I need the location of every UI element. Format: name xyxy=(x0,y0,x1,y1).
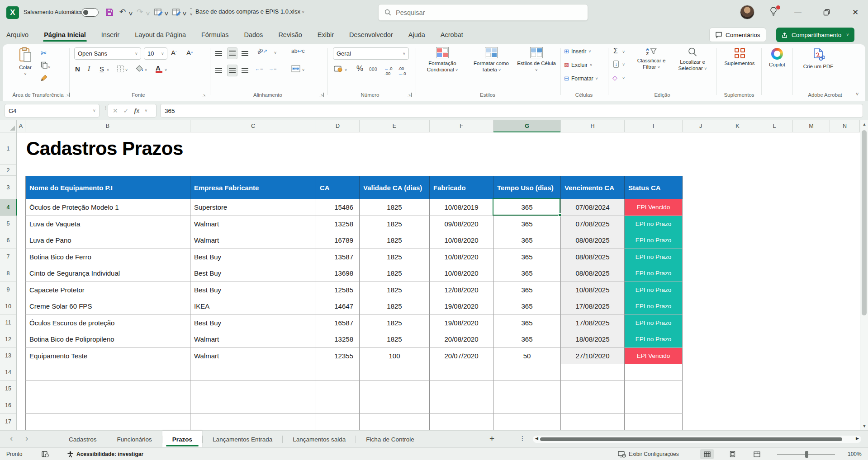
wrap-text-icon[interactable]: ab↩c xyxy=(291,48,304,54)
header-cell[interactable]: Status CA xyxy=(625,176,683,199)
cell[interactable]: 365 xyxy=(493,331,561,348)
cell[interactable]: 19/08/2020 xyxy=(430,315,493,332)
align-right-icon[interactable] xyxy=(242,67,248,75)
status-badge-cell[interactable]: EPI Vencido xyxy=(625,348,683,365)
row-header-9[interactable]: 9 xyxy=(0,282,16,299)
scroll-left-icon[interactable]: ◀ xyxy=(535,436,538,441)
column-header-N[interactable]: N xyxy=(830,120,860,132)
cell[interactable]: Walmart xyxy=(190,348,316,365)
font-color-chevron[interactable]: ˅ xyxy=(165,68,167,72)
cell[interactable]: 13258 xyxy=(316,216,360,233)
column-header-A[interactable]: A xyxy=(17,120,25,132)
comma-style-icon[interactable]: 000 xyxy=(369,67,377,72)
scroll-up-icon[interactable]: ▲ xyxy=(860,122,868,127)
cell[interactable]: Óculos de Proteção Modelo 1 xyxy=(25,199,190,216)
column-header-H[interactable]: H xyxy=(561,120,625,132)
column-header-E[interactable]: E xyxy=(360,120,430,132)
empty-cell[interactable] xyxy=(430,414,493,431)
row-header-17[interactable]: 17 xyxy=(0,414,16,431)
increase-indent-icon[interactable]: →≡ xyxy=(269,66,276,71)
row-header-13[interactable]: 13 xyxy=(0,348,16,365)
column-header-B[interactable]: B xyxy=(25,120,190,132)
empty-cell[interactable] xyxy=(493,414,561,431)
quick-table-icon[interactable] xyxy=(154,8,163,17)
cell[interactable]: 08/08/2025 xyxy=(561,232,625,249)
cell[interactable]: Best Buy xyxy=(190,249,316,266)
ribbon-tab-exibir[interactable]: Exibir xyxy=(317,27,335,42)
column-header-C[interactable]: C xyxy=(190,120,316,132)
macro-record-icon[interactable] xyxy=(42,448,49,460)
find-select-button[interactable]: Localizar e Selecionar ˅ xyxy=(673,47,712,72)
empty-cell[interactable] xyxy=(316,414,360,431)
cell[interactable]: Best Buy xyxy=(190,315,316,332)
cell[interactable]: Capacete Protetor xyxy=(25,282,190,299)
status-badge-cell[interactable]: EPI no Prazo xyxy=(625,315,683,332)
cell[interactable]: 365 xyxy=(493,249,561,266)
empty-cell[interactable] xyxy=(561,364,625,381)
cell[interactable]: 19/08/2020 xyxy=(430,298,493,315)
ribbon-tab-arquivo[interactable]: Arquivo xyxy=(5,27,29,42)
sheet-tab-lançamentos-saida[interactable]: Lançamentos saida xyxy=(283,431,356,448)
status-badge-cell[interactable]: EPI no Prazo xyxy=(625,298,683,315)
status-badge-cell[interactable]: EPI no Prazo xyxy=(625,249,683,266)
alignment-dialog-launcher[interactable] xyxy=(319,93,324,97)
orientation-icon[interactable]: ab↗ xyxy=(257,48,267,54)
cell[interactable]: 07/08/2024 xyxy=(561,199,625,216)
display-settings-button[interactable]: Exibir Configurações xyxy=(618,448,679,460)
row-header-7[interactable]: 7 xyxy=(0,249,16,266)
empty-cell[interactable] xyxy=(190,414,316,431)
copy-icon[interactable]: ˅ xyxy=(41,61,50,70)
column-header-D[interactable]: D xyxy=(316,120,360,132)
cell[interactable]: 13258 xyxy=(316,331,360,348)
empty-cell[interactable] xyxy=(625,381,683,398)
name-box[interactable]: G4˅ xyxy=(5,104,100,117)
header-cell[interactable]: Vencimento CA xyxy=(561,176,625,199)
sheet-nav-prev-icon[interactable]: ‹ xyxy=(10,433,13,443)
cell[interactable]: 18/08/2025 xyxy=(561,331,625,348)
header-cell[interactable]: Tempo Uso (dias) xyxy=(493,176,561,199)
empty-cell[interactable] xyxy=(25,364,190,381)
font-dialog-launcher[interactable] xyxy=(202,93,206,97)
header-cell[interactable]: Empresa Fabricante xyxy=(190,176,316,199)
cell[interactable]: Creme Solar 60 FPS xyxy=(25,298,190,315)
new-sheet-button[interactable]: + xyxy=(489,434,494,444)
empty-cell[interactable] xyxy=(430,364,493,381)
cell[interactable]: 12585 xyxy=(316,282,360,299)
font-color-icon[interactable]: A xyxy=(156,64,162,73)
cell[interactable]: Luva de Vaqueta xyxy=(25,216,190,233)
insert-function-icon[interactable]: fx xyxy=(134,107,139,115)
cell[interactable]: Superstore xyxy=(190,199,316,216)
sort-filter-button[interactable]: AZ Classificar e Filtrar ˅ xyxy=(631,47,671,70)
customize-toolbar-icon[interactable]: ˅ xyxy=(190,9,192,18)
cell[interactable]: 1825 xyxy=(360,199,430,216)
ribbon-tab-dados[interactable]: Dados xyxy=(243,27,264,42)
empty-cell[interactable] xyxy=(625,414,683,431)
cell-styles-button[interactable]: Estilos de Célula ˅ xyxy=(517,47,556,73)
empty-cell[interactable] xyxy=(561,414,625,431)
cell[interactable]: 10/08/2020 xyxy=(430,249,493,266)
row-header-3[interactable]: 3 xyxy=(0,176,16,199)
cell[interactable]: Óculos Escuros de proteção xyxy=(25,315,190,332)
cell[interactable]: 27/10/2020 xyxy=(561,348,625,365)
row-headers[interactable]: 1234567891011121314151617 xyxy=(0,132,17,430)
horizontal-scrollbar[interactable]: ◀ ▶ xyxy=(533,436,861,443)
cell[interactable]: 365 xyxy=(493,282,561,299)
row-header-11[interactable]: 11 xyxy=(0,315,16,332)
percent-style-icon[interactable]: % xyxy=(356,64,363,73)
empty-cell[interactable] xyxy=(561,381,625,398)
accounting-format-icon[interactable] xyxy=(334,65,343,74)
orientation-chevron[interactable]: ˅ xyxy=(274,51,276,55)
empty-cell[interactable] xyxy=(190,381,316,398)
row-header-10[interactable]: 10 xyxy=(0,298,16,315)
row-header-2[interactable]: 2 xyxy=(0,165,16,176)
redo-icon[interactable]: ↷ xyxy=(137,7,143,17)
ribbon-tab-desenvolvedor[interactable]: Desenvolvedor xyxy=(348,27,394,42)
sheet-area[interactable]: Cadastros Prazos Nome do Equipamento P.I… xyxy=(17,132,860,430)
status-badge-cell[interactable]: EPI no Prazo xyxy=(625,232,683,249)
cell[interactable]: 10/08/2020 xyxy=(430,265,493,282)
cell[interactable]: 10/08/2019 xyxy=(430,199,493,216)
column-headers[interactable]: ABCDEFGHIJKLMN xyxy=(0,120,860,132)
underline-chevron[interactable]: ˅ xyxy=(107,68,109,72)
copilot-button[interactable]: Copilot xyxy=(764,48,790,68)
accessibility-status[interactable]: Acessibilidade: investigar xyxy=(67,448,143,460)
